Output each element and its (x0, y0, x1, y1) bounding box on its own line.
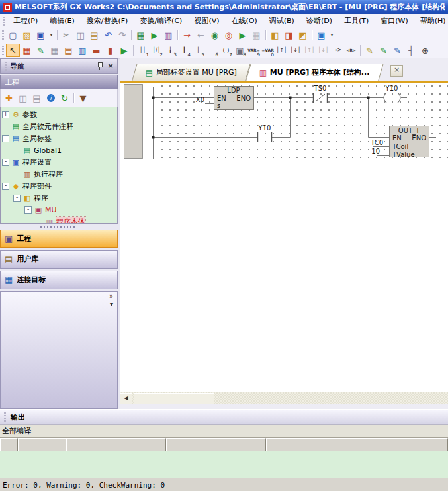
connection-destination-button[interactable]: ▦ 连接目标 (0, 271, 118, 289)
contact-ts0-closed[interactable] (314, 93, 328, 103)
operand-x0-label[interactable]: X0 (196, 96, 204, 103)
scroll-left-icon[interactable]: ◀ (120, 393, 132, 404)
closed-contact-icon[interactable]: ┤/├2 (150, 44, 163, 57)
tree-expander[interactable]: - (2, 135, 9, 142)
device-monitor-icon[interactable]: ▶ (148, 28, 161, 42)
edit-statement-icon[interactable]: ✎ (377, 44, 390, 57)
paste-icon[interactable]: ▤ (87, 28, 101, 42)
rising-pulse-closed-icon[interactable]: ┤↑├ (302, 44, 316, 57)
rising-pulse-icon[interactable]: ┤↑├ (275, 44, 289, 57)
new-data-icon[interactable]: ✚ (2, 91, 16, 105)
save-project-icon[interactable]: ▣ (34, 28, 48, 42)
operand-y10-contact-label[interactable]: Y10 (258, 124, 271, 132)
cut-icon[interactable]: ✂ (60, 28, 73, 42)
close-navigation-icon[interactable]: × (106, 62, 115, 71)
menu-debug[interactable]: 调试(B) (263, 14, 300, 28)
tree-item-program-setting[interactable]: - ▣ 程序设置 (1, 156, 117, 168)
coil-y10[interactable] (384, 93, 400, 103)
tree-expander[interactable]: - (2, 183, 9, 190)
operand-ts0-label[interactable]: TS0 (314, 85, 327, 92)
falling-pulse-icon[interactable]: ┤↓├ (289, 44, 302, 57)
copy-icon[interactable]: ◫ (73, 28, 87, 42)
device-display-icon[interactable]: ┤ (404, 44, 418, 57)
comment-display-icon[interactable]: ▶ (117, 44, 131, 57)
menu-project[interactable]: 工程(P) (7, 14, 44, 28)
operand-y10-coil-label[interactable]: Y10 (385, 85, 398, 92)
menu-find-replace[interactable]: 搜索/替换(F) (81, 14, 134, 28)
vertical-line-icon[interactable]: │5 (191, 44, 205, 57)
guided-edit-icon[interactable]: ▦ (20, 44, 34, 57)
write-mode-icon[interactable]: ✎ (34, 44, 48, 57)
tree-expander[interactable]: - (2, 159, 9, 166)
filter-tree-icon[interactable]: ▼ (76, 91, 90, 105)
tree-item-global-label[interactable]: - ▤ 全局标签 (1, 132, 117, 144)
grid-display-icon[interactable]: ▦ (48, 44, 62, 57)
tree-item-pou[interactable]: - ◆ 程序部件 (1, 180, 117, 192)
toolbar-grip[interactable] (2, 46, 4, 55)
ladder-canvas[interactable]: LDP EN ENO s X0 TS0 Y10 (120, 83, 448, 392)
menu-convert-compile[interactable]: 变换/编译(C) (134, 14, 188, 28)
write-to-plc-icon[interactable]: → (180, 28, 194, 42)
save-dropdown-icon[interactable]: ▾ (48, 28, 55, 42)
toolbar-dropdown-icon[interactable]: ▾ (328, 28, 336, 42)
note-icon[interactable]: ◨ (282, 28, 296, 42)
tree-expander[interactable]: - (24, 206, 32, 214)
menu-edit[interactable]: 编辑(E) (44, 14, 81, 28)
menu-online[interactable]: 在线(O) (225, 14, 263, 28)
contact-y10-open[interactable] (258, 132, 272, 142)
tree-item-mu[interactable]: - ▣ MU (1, 204, 117, 216)
configure-buttons-icon[interactable]: ▾ (110, 301, 113, 308)
new-project-icon[interactable]: ▢ (6, 28, 20, 42)
edit-comment-icon[interactable]: ✎ (363, 44, 377, 57)
refresh-view-icon[interactable]: ↻ (58, 91, 71, 105)
monitor-mode-icon[interactable]: ▣ (314, 28, 328, 42)
horizontal-line-icon[interactable]: ─6 (205, 44, 219, 57)
menu-window[interactable]: 窗口(W) (375, 14, 414, 28)
scrollbar-thumb[interactable] (134, 393, 214, 404)
pin-icon[interactable] (95, 62, 105, 71)
ladder-diagram[interactable]: LDP EN ENO s X0 TS0 Y10 (120, 83, 448, 169)
redo-icon[interactable]: ↷ (115, 28, 129, 42)
edit-note-icon[interactable]: ✎ (390, 44, 404, 57)
user-library-button[interactable]: ▤ 用户库 (0, 250, 118, 269)
menubar-grip[interactable] (3, 17, 5, 26)
coil-icon[interactable]: ( )7 (219, 44, 233, 57)
note-edit-icon[interactable]: ◩ (296, 28, 310, 42)
tab-local-label-setting[interactable]: ▤ 局部标签设置 MU [PRG] (132, 64, 251, 81)
operand-tc0-label[interactable]: TC0 (370, 139, 383, 146)
close-document-icon[interactable]: × (390, 65, 403, 77)
compile-result-tab[interactable]: 全部编译 (0, 425, 448, 438)
delete-row-icon[interactable]: ▬ (89, 44, 103, 57)
toolbar-grip[interactable] (2, 30, 4, 40)
panel-splitter[interactable] (0, 224, 118, 230)
tree-expander[interactable]: - (13, 195, 21, 202)
tree-expander[interactable]: + (2, 111, 9, 118)
menu-diagnostics[interactable]: 诊断(D) (300, 14, 338, 28)
function-block-out-t[interactable]: OUT_T EN ENO TCoil TValue (390, 126, 429, 159)
network-margin-cell[interactable] (124, 85, 143, 159)
panel-grip[interactable] (5, 62, 7, 71)
open-contact-icon[interactable]: ┤├1 (136, 44, 150, 57)
open-branch-icon[interactable]: ┧3 (163, 44, 177, 57)
closed-branch-icon[interactable]: ┨4 (177, 44, 191, 57)
tree-item-exec-program[interactable]: ▥ 执行程序 (1, 168, 117, 180)
undo-icon[interactable]: ↶ (101, 28, 115, 42)
zoom-icon[interactable]: ⊕ (418, 44, 432, 57)
return-icon[interactable]: <R> (344, 44, 358, 57)
read-from-plc-icon[interactable]: ← (194, 28, 208, 42)
input-label-icon[interactable]: VAR=9 (247, 44, 261, 57)
tree-item-program-body[interactable]: ▥ 程序本体 (1, 216, 117, 224)
panel-grip[interactable] (4, 412, 6, 422)
monitor-watch-icon[interactable]: ◉ (208, 28, 222, 42)
tab-program-body[interactable]: ▥ MU [PRG] 程序本体 [结构... (246, 64, 384, 81)
function-block-ldp[interactable]: LDP EN ENO s (214, 87, 254, 110)
menu-view[interactable]: 视图(V) (188, 14, 225, 28)
statement-icon[interactable]: ◧ (268, 28, 282, 42)
data-property-icon[interactable]: i (44, 91, 58, 105)
horizontal-scrollbar[interactable]: ◀ (120, 392, 448, 404)
insert-row-icon[interactable]: ▤ (62, 44, 75, 57)
verify-with-plc-icon[interactable]: ◎ (222, 28, 236, 42)
function-block-icon[interactable]: ▣8 (233, 44, 247, 57)
monitor-start-icon[interactable]: ▶ (236, 28, 249, 42)
open-project-icon[interactable]: ▧ (20, 28, 34, 42)
